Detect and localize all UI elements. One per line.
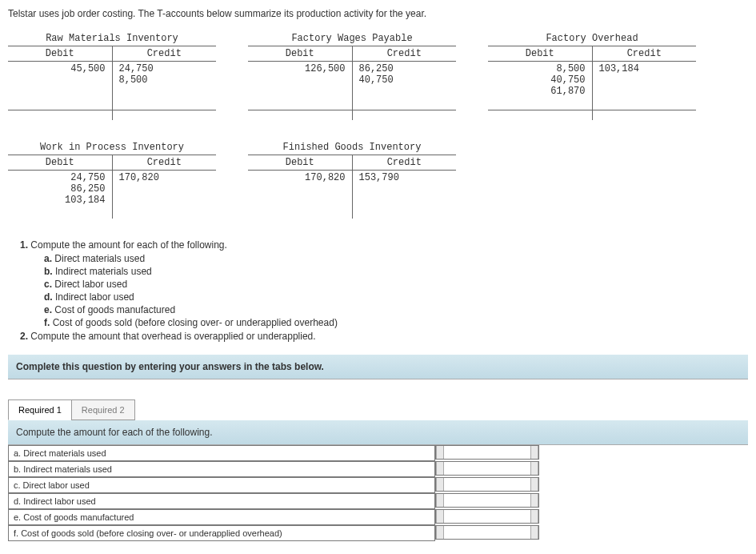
value: 170,820 [254,172,346,183]
credit-col: 86,25040,750 [353,62,457,110]
row-c-input[interactable] [435,477,539,492]
nav-right-icon[interactable] [530,510,538,523]
t-title: Work in Process Inventory [8,140,216,155]
credit-header: Credit [113,155,217,170]
row-e-input[interactable] [435,509,539,524]
q1-f: f. Cost of goods sold (before closing ov… [44,316,748,329]
nav-right-icon[interactable] [530,494,538,507]
t-title: Factory Wages Payable [248,31,456,46]
row-b-label: b. Indirect materials used [8,461,435,477]
credit-header: Credit [113,46,217,61]
value: 40,750 [494,74,586,86]
question-list: 1. 1. Compute the amount for each of the… [20,239,748,343]
value: 8,500 [119,74,210,86]
nav-left-icon[interactable] [436,526,444,539]
debit-col: 126,500 [248,62,353,110]
nav-right-icon[interactable] [530,446,538,459]
tabs: Required 1 Required 2 [8,399,748,420]
debit-header: Debit [248,155,353,170]
debit-col: 8,50040,75061,870 [488,62,593,110]
row-f-input[interactable] [435,525,539,540]
section-1-title: Compute the amount for each of the follo… [8,420,748,445]
question-1: 1. 1. Compute the amount for each of the… [20,239,748,251]
credit-col: 170,820 [113,171,217,219]
nav-right-icon[interactable] [530,478,538,491]
nav-left-icon[interactable] [436,462,444,475]
value: 24,750 [119,63,210,74]
row-d-input[interactable] [435,493,539,508]
debit-col: 24,75086,250103,184 [8,171,113,219]
row-d-label: d. Indirect labor used [8,493,435,509]
row-a-input[interactable] [435,445,539,460]
t-title: Finished Goods Inventory [248,140,456,155]
value: 86,250 [359,63,450,74]
t-accounts-row-2: Work in Process Inventory DebitCredit 24… [8,140,748,219]
debit-col: 170,820 [248,171,353,219]
nav-right-icon[interactable] [530,462,538,475]
row-c-label: c. Direct labor used [8,477,435,493]
q1-a: a. Direct materials used [44,252,748,265]
row-f-label: f. Cost of goods sold (before closing ov… [8,525,435,541]
credit-col: 24,7508,500 [113,62,217,110]
tab-required-1[interactable]: Required 1 [8,399,72,420]
row-b-input[interactable] [435,461,539,476]
row-e-label: e. Cost of goods manufactured [8,509,435,525]
value: 103,184 [599,63,690,74]
value: 86,250 [14,183,106,195]
nav-left-icon[interactable] [436,446,444,459]
q1-d: d. Indirect labor used [44,291,748,303]
tab-required-2[interactable]: Required 2 [71,399,135,420]
nav-right-icon[interactable] [530,526,538,539]
instruction-bar: Complete this question by entering your … [8,355,748,379]
value: 103,184 [14,195,106,206]
nav-left-icon[interactable] [436,510,444,523]
credit-header: Credit [353,46,457,61]
row-a-label: a. Direct materials used [8,445,435,461]
value: 8,500 [494,63,586,74]
t-account-wip: Work in Process Inventory DebitCredit 24… [8,140,216,219]
value: 170,820 [119,172,210,183]
value: 40,750 [359,74,450,86]
nav-left-icon[interactable] [436,478,444,491]
debit-col: 45,500 [8,62,113,110]
answer-table: a. Direct materials used b. Indirect mat… [8,445,748,541]
debit-header: Debit [8,155,113,170]
debit-header: Debit [488,46,593,61]
t-account-wages-payable: Factory Wages Payable DebitCredit 126,50… [248,31,456,120]
t-accounts-row-1: Raw Materials Inventory DebitCredit 45,5… [8,31,748,120]
value: 24,750 [14,172,106,183]
t-account-raw-materials: Raw Materials Inventory DebitCredit 45,5… [8,31,216,120]
q1-b: b. Indirect materials used [44,265,748,278]
q1-c: c. Direct labor used [44,278,748,291]
t-title: Raw Materials Inventory [8,31,216,46]
q1-e: e. Cost of goods manufactured [44,303,748,316]
value: 45,500 [14,63,106,74]
value: 61,870 [494,86,586,97]
credit-header: Credit [353,155,457,170]
intro-text: Telstar uses job order costing. The T-ac… [8,8,748,19]
t-title: Factory Overhead [488,31,696,46]
credit-header: Credit [593,46,697,61]
debit-header: Debit [248,46,353,61]
t-account-factory-overhead: Factory Overhead DebitCredit 8,50040,750… [488,31,696,120]
t-account-finished-goods: Finished Goods Inventory DebitCredit 170… [248,140,456,219]
debit-header: Debit [8,46,113,61]
value: 126,500 [254,63,346,74]
credit-col: 153,790 [353,171,457,219]
question-2: 2. Compute the amount that overhead is o… [20,330,748,343]
value: 153,790 [359,172,450,183]
credit-col: 103,184 [593,62,697,110]
nav-left-icon[interactable] [436,494,444,507]
